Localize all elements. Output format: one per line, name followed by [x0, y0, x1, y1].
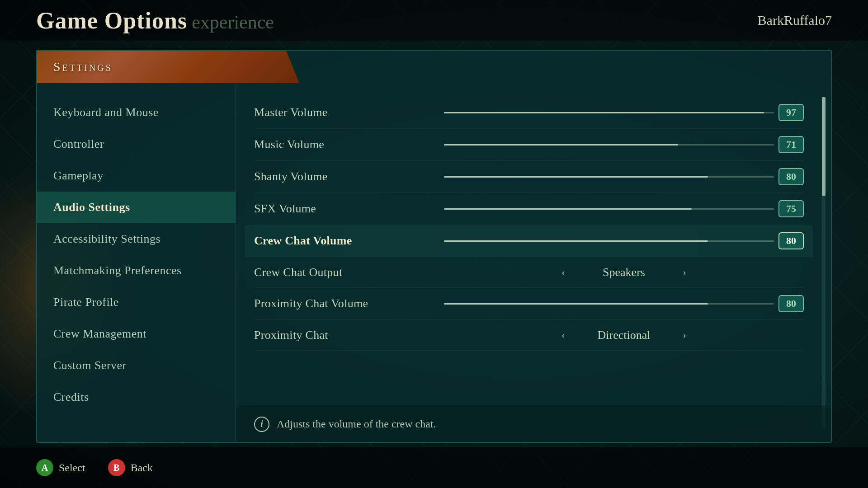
info-bar: i Adjusts the volume of the crew chat. [236, 406, 831, 442]
setting-label-shanty-volume: Shanty Volume [254, 170, 444, 183]
slider-value-music-volume: 71 [778, 136, 804, 153]
slider-value-shanty-volume: 80 [778, 168, 804, 185]
selector-value-crew-chat-output: Speakers [579, 266, 669, 279]
top-bar: Game Options experience BarkRuffalo7 [0, 0, 868, 41]
slider-fill-proximity-chat-volume [444, 303, 708, 305]
selector-value-proximity-chat: Directional [579, 328, 669, 342]
setting-label-proximity-chat-volume: Proximity Chat Volume [254, 297, 444, 310]
btn-circle-back: B [108, 459, 125, 476]
slider-track-crew-chat-volume [444, 240, 774, 242]
setting-row-shanty-volume[interactable]: Shanty Volume80 [254, 161, 804, 193]
setting-row-crew-chat-output[interactable]: Crew Chat Output‹Speakers› [254, 257, 804, 288]
nav-item-matchmaking[interactable]: Matchmaking Preferences [37, 255, 236, 286]
bottom-bar: ASelectBBack [0, 447, 868, 488]
info-text: Adjusts the volume of the crew chat. [277, 418, 436, 430]
btn-hint-select[interactable]: ASelect [36, 459, 85, 476]
setting-label-music-volume: Music Volume [254, 138, 444, 151]
slider-fill-crew-chat-volume [444, 240, 708, 242]
nav-item-custom-server[interactable]: Custom Server [37, 350, 236, 381]
slider-track-proximity-chat-volume [444, 303, 774, 305]
setting-label-master-volume: Master Volume [254, 106, 444, 119]
btn-hint-back[interactable]: BBack [108, 459, 153, 476]
setting-row-proximity-chat-volume[interactable]: Proximity Chat Volume80 [254, 288, 804, 320]
slider-track-shanty-volume [444, 176, 774, 178]
settings-banner: Settings [37, 51, 299, 83]
nav-item-gameplay[interactable]: Gameplay [37, 160, 236, 192]
nav-item-pirate-profile[interactable]: Pirate Profile [37, 286, 236, 318]
slider-track-master-volume [444, 112, 774, 113]
slider-fill-master-volume [444, 112, 764, 113]
setting-row-music-volume[interactable]: Music Volume71 [254, 129, 804, 161]
slider-fill-music-volume [444, 144, 678, 145]
content-area: Keyboard and MouseControllerGameplayAudi… [37, 83, 831, 442]
nav-item-keyboard-mouse[interactable]: Keyboard and Mouse [37, 97, 236, 128]
selector-right-arrow-crew-chat-output[interactable]: › [683, 266, 686, 278]
selector-left-arrow-proximity-chat[interactable]: ‹ [561, 329, 565, 341]
right-panel: Master Volume97Music Volume71Shanty Volu… [236, 83, 831, 442]
slider-container-shanty-volume[interactable]: 80 [444, 168, 804, 185]
slider-fill-shanty-volume [444, 176, 708, 178]
selector-right-arrow-proximity-chat[interactable]: › [683, 329, 686, 341]
scrollbar-track[interactable] [822, 97, 826, 428]
slider-track-music-volume [444, 144, 774, 145]
slider-container-music-volume[interactable]: 71 [444, 136, 804, 153]
setting-label-crew-chat-output: Crew Chat Output [254, 266, 444, 279]
game-subtitle: experience [192, 11, 274, 33]
slider-value-proximity-chat-volume: 80 [778, 295, 804, 312]
selector-container-crew-chat-output[interactable]: ‹Speakers› [444, 266, 804, 279]
game-title: Game Options [36, 7, 187, 34]
info-icon: i [254, 417, 269, 432]
settings-banner-text: Settings [53, 60, 113, 74]
slider-container-master-volume[interactable]: 97 [444, 104, 804, 121]
slider-value-crew-chat-volume: 80 [778, 232, 804, 249]
slider-fill-sfx-volume [444, 208, 692, 210]
slider-track-sfx-volume [444, 208, 774, 210]
setting-label-proximity-chat: Proximity Chat [254, 328, 444, 342]
nav-item-accessibility[interactable]: Accessibility Settings [37, 223, 236, 255]
nav-item-controller[interactable]: Controller [37, 128, 236, 160]
setting-row-proximity-chat[interactable]: Proximity Chat‹Directional› [254, 320, 804, 351]
setting-row-sfx-volume[interactable]: SFX Volume75 [254, 193, 804, 225]
btn-circle-select: A [36, 459, 53, 476]
btn-label-select: Select [59, 462, 85, 474]
setting-row-master-volume[interactable]: Master Volume97 [254, 97, 804, 129]
btn-label-back: Back [131, 462, 153, 474]
setting-label-crew-chat-volume: Crew Chat Volume [254, 234, 444, 248]
nav-item-crew-management[interactable]: Crew Management [37, 318, 236, 350]
slider-container-proximity-chat-volume[interactable]: 80 [444, 295, 804, 312]
selector-left-arrow-crew-chat-output[interactable]: ‹ [561, 266, 565, 278]
scrollbar-thumb[interactable] [822, 97, 826, 196]
nav-item-credits[interactable]: Credits [37, 381, 236, 413]
setting-label-sfx-volume: SFX Volume [254, 202, 444, 216]
slider-value-master-volume: 97 [778, 104, 804, 121]
settings-list: Master Volume97Music Volume71Shanty Volu… [236, 92, 831, 355]
left-nav: Keyboard and MouseControllerGameplayAudi… [37, 83, 236, 442]
slider-container-sfx-volume[interactable]: 75 [444, 200, 804, 217]
slider-container-crew-chat-volume[interactable]: 80 [444, 232, 804, 249]
username: BarkRuffalo7 [758, 13, 832, 28]
selector-container-proximity-chat[interactable]: ‹Directional› [444, 328, 804, 342]
nav-item-audio-settings[interactable]: Audio Settings [37, 192, 236, 223]
slider-value-sfx-volume: 75 [778, 200, 804, 217]
setting-row-crew-chat-volume[interactable]: Crew Chat Volume80 [245, 225, 813, 257]
main-panel: Settings Keyboard and MouseControllerGam… [36, 50, 832, 443]
